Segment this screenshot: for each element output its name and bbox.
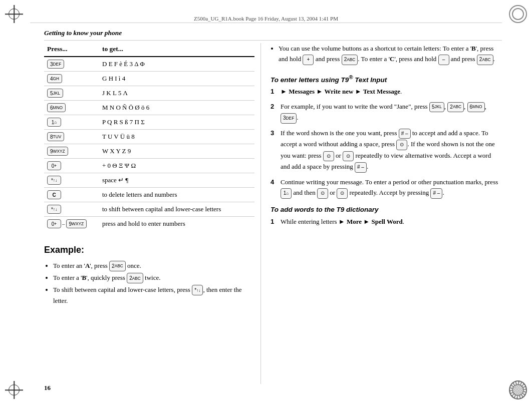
plus-key: +: [303, 55, 314, 65]
key-cell: C: [44, 188, 99, 202]
nav-key-4: ⊙: [317, 188, 328, 199]
table-row: * ↑↓ to shift between capital and lower-…: [44, 202, 254, 217]
nav-key-3: ⊙: [343, 151, 354, 162]
chars-cell: D E F è É 3 Δ Φ: [99, 57, 254, 72]
nav-key-2: ⊙: [323, 151, 334, 162]
table-row: 4 GH G H I ì 4: [44, 72, 254, 86]
5jkl-key: 5 JKL: [429, 102, 444, 113]
nav-key-1: ⊙: [396, 140, 407, 150]
t9-step-2: 2 For example, if you want to write the …: [271, 101, 501, 124]
example-list: To enter an 'A', press 2 ABC once.To ent…: [44, 260, 254, 306]
chars-cell: J K L 5 Λ: [99, 86, 254, 101]
corner-decoration-bl: [5, 381, 23, 399]
table-row: C to delete letters and numbers: [44, 188, 254, 202]
example-item: To enter a 'B', quickly press 2 ABC twic…: [53, 272, 254, 283]
chars-cell: to shift between capital and lower-case …: [99, 202, 254, 217]
t9-steps-list: 1 ► Messages ► Write new ► Text Message.…: [271, 86, 501, 198]
3def-key: 3 DEF: [281, 113, 297, 124]
table-row: 6 MNO M N O Ñ Ö Ø ö 6: [44, 101, 254, 115]
page-number: 16: [44, 384, 51, 392]
page-title: Getting to know your phone: [44, 29, 122, 37]
key-cell: 5 JKL: [44, 86, 99, 101]
2abc-ex-2: 2 ABC: [127, 273, 143, 283]
2abc-ex-1: 2 ABC: [109, 261, 126, 271]
corner-decoration-tr: [509, 5, 527, 23]
key-cell: * ↑↓: [44, 202, 99, 217]
volume-bullet: You can use the volume buttons as a shor…: [279, 43, 501, 65]
2abc-key-1: 2 ABC: [342, 55, 358, 65]
chars-cell: W X Y Z 9: [99, 144, 254, 159]
key-cell: * ↑↓: [44, 173, 99, 188]
6mno-key: 6 MNO: [467, 102, 485, 113]
star-ex: * ↑↓: [192, 285, 203, 295]
chars-cell: press and hold to enter numbers: [99, 217, 254, 231]
t9-step-4: 4 Continue writing your message. To ente…: [271, 177, 501, 199]
header-text: Z500a_UG_R1A.book Page 16 Friday, August…: [194, 16, 338, 22]
chars-cell: to delete letters and numbers: [99, 188, 254, 202]
chars-cell: space ↵ ¶: [99, 173, 254, 188]
chars-cell: M N O Ñ Ö Ø ö 6: [99, 101, 254, 115]
2abc-key-2: 2 ABC: [477, 55, 493, 65]
chars-cell: P Q R S ß 7 Π Σ: [99, 115, 254, 130]
dict-steps-list: 1 While entering letters ► More ► Spell …: [271, 216, 501, 227]
t9-step-3: 3 If the word shown is the one you want,…: [271, 128, 501, 173]
table-row: 8 TUV T U V Ü ü 8: [44, 130, 254, 144]
table-row: 0 + – 9 WXYZ press and hold to enter num…: [44, 217, 254, 231]
dict-step-1: 1 While entering letters ► More ► Spell …: [271, 216, 501, 227]
key-cell: 0 + – 9 WXYZ: [44, 217, 99, 231]
hash-key-1: # –: [399, 129, 411, 139]
1msg-key: 1 ⌂: [281, 188, 292, 199]
column-divider: [260, 43, 261, 384]
key-cell: 4 GH: [44, 72, 99, 86]
table-row: 9 WXYZ W X Y Z 9: [44, 144, 254, 159]
corner-decoration-br: [509, 381, 527, 399]
example-item: To enter an 'A', press 2 ABC once.: [53, 260, 254, 271]
2abc-key-3: 2 ABC: [447, 102, 464, 113]
key-cell: 3 DEF: [44, 57, 99, 72]
key-cell: 0 +: [44, 159, 99, 173]
hash-key-2: # –: [355, 162, 367, 173]
key-cell: 1 ⌂: [44, 115, 99, 130]
hash-key-3: # –: [430, 188, 442, 199]
chars-cell: G H I ì 4: [99, 72, 254, 86]
table-row: 5 JKL J K L 5 Λ: [44, 86, 254, 101]
key-cell: 6 MNO: [44, 101, 99, 115]
table-row: 3 DEF D E F è É 3 Δ Φ: [44, 57, 254, 72]
col2-header: to get...: [99, 43, 254, 57]
nav-key-5: ⊙: [337, 188, 348, 199]
header-bar: Z500a_UG_R1A.book Page 16 Friday, August…: [30, 14, 502, 23]
example-item: To shift between capital and lower-case …: [53, 284, 254, 306]
table-row: 1 ⌂ P Q R S ß 7 Π Σ: [44, 115, 254, 130]
t9-heading: To enter letters using T9® Text Input: [271, 74, 501, 84]
title-divider: [44, 40, 502, 41]
dict-heading: To add words to the T9 dictionary: [271, 206, 501, 213]
table-row: * ↑↓ space ↵ ¶: [44, 173, 254, 188]
t9-step-1: 1 ► Messages ► Write new ► Text Message.: [271, 86, 501, 97]
right-column: You can use the volume buttons as a shor…: [271, 43, 501, 231]
corner-decoration-tl: [5, 5, 23, 23]
chars-cell: T U V Ü ü 8: [99, 130, 254, 144]
left-column: Press... to get... 3 DEF D E F è É 3 Δ Φ…: [44, 43, 254, 307]
key-cell: 8 TUV: [44, 130, 99, 144]
key-cell: 9 WXYZ: [44, 144, 99, 159]
table-row: 0 + + 0 Θ Ξ Ψ Ω: [44, 159, 254, 173]
key-table: Press... to get... 3 DEF D E F è É 3 Δ Φ…: [44, 43, 254, 231]
example-title: Example:: [44, 245, 254, 255]
volume-bullet-section: You can use the volume buttons as a shor…: [271, 43, 501, 65]
minus-key: –: [438, 55, 449, 65]
chars-cell: + 0 Θ Ξ Ψ Ω: [99, 159, 254, 173]
col1-header: Press...: [44, 43, 99, 57]
